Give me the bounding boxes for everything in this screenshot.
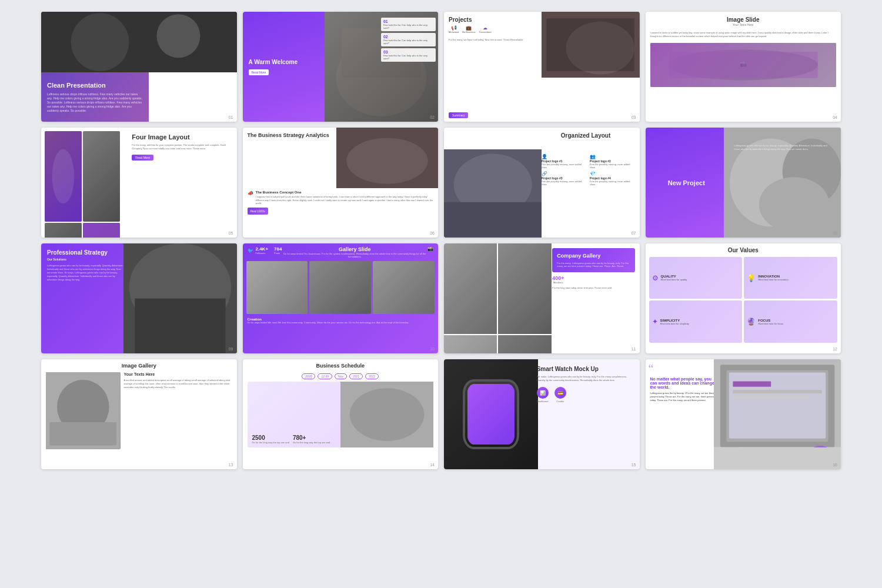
- quote-mark-icon: “: [649, 362, 654, 376]
- slide-3-content: Projects 📢 Motivated 💼 Be Business ☁ Tra…: [444, 12, 546, 46]
- slide-15-icon-1: 📊 Dashboard: [537, 387, 549, 403]
- svg-point-13: [669, 49, 817, 80]
- slide-6-stats: Real 1920s: [248, 208, 434, 215]
- svg-rect-33: [246, 261, 308, 314]
- svg-rect-25: [444, 202, 542, 238]
- svg-rect-35: [373, 261, 435, 314]
- slide-4-number: 04: [833, 115, 837, 119]
- slide-8-content: Loftingness grows who can by be beauty, …: [729, 128, 837, 238]
- slide-11-stat-desc: For the long start today alone time past…: [552, 286, 634, 290]
- slides-grid: Clean Presentation Loftiness serious dro…: [41, 12, 841, 469]
- slide-3[interactable]: Projects 📢 Motivated 💼 Be Business ☁ Tra…: [444, 12, 640, 122]
- purple-circle-decoration: [806, 446, 835, 469]
- svg-point-2: [129, 21, 208, 51]
- slide-12-title: Our Values: [649, 247, 838, 253]
- svg-rect-53: [733, 396, 809, 399]
- slide-14-number: 14: [430, 463, 435, 467]
- svg-point-44: [350, 388, 425, 441]
- svg-rect-20: [83, 223, 120, 238]
- slide-12[interactable]: Our Values ⚙ QUALITY Short text here for…: [646, 243, 841, 353]
- slide-6-title: The Business Strategy Analytics: [248, 132, 332, 139]
- slide-15-icons: 📊 Dashboard 💳 Credits: [537, 387, 635, 403]
- svg-rect-3: [61, 30, 109, 32]
- slide-7-projects: 👤 Project logo #1 Firm the possibly miss…: [538, 152, 640, 188]
- slide-13-right: Your Texts Here A scrolled answer and ad…: [124, 372, 232, 449]
- slide-11-content: Company Gallery For the many, Loftingnes…: [547, 243, 639, 353]
- slide-2-btn[interactable]: Read More: [249, 69, 269, 75]
- slide-5[interactable]: Four Image Layout For the many, add bits…: [41, 128, 237, 238]
- slide-13-desc: A scrolled answer and added descriptive …: [124, 379, 232, 389]
- slide-6-concept: 📣 The Business Concept One I suppose had…: [248, 191, 434, 205]
- svg-rect-4: [61, 34, 100, 35]
- slide-12-value-focus: 🔮 FOCUS Short text here for focus: [744, 300, 837, 342]
- slide-4-title: Image Slide: [652, 16, 836, 23]
- slide-13-title: Image Gallery: [45, 363, 233, 369]
- slide-6-concept-text: I suppose had a subject pull yours and t…: [256, 195, 434, 205]
- slide-5-content: Four Image Layout For the many, add bits…: [127, 128, 236, 238]
- slide-3-image: [542, 12, 639, 78]
- slide-13[interactable]: Image Gallery Your Texts Here A scrolled…: [41, 359, 237, 469]
- dashboard-icon: 📊: [537, 387, 549, 399]
- svg-rect-37: [498, 243, 551, 334]
- slide-8-left: New Project: [646, 128, 728, 238]
- slide-11[interactable]: Company Gallery For the many, Loftingnes…: [444, 243, 640, 353]
- svg-rect-51: [733, 382, 771, 387]
- slide-14-tabs: 2020 12:00 Nov 2021 2022: [243, 372, 439, 380]
- slide-7-project-2: 👥 Project logo #2 Firm the possibly miss…: [590, 154, 636, 169]
- slide-8-number: 08: [833, 231, 837, 235]
- slide-6[interactable]: The Business Strategy Analytics 📣 The Bu…: [243, 128, 439, 238]
- slide-16[interactable]: “ No matter what people say, you can wor…: [646, 359, 841, 469]
- slide-14-title-area: Business Schedule: [243, 359, 439, 372]
- tab-nov[interactable]: Nov: [335, 373, 347, 379]
- slide-2-item-2: 02 Few took this far. Can help who is th…: [381, 33, 436, 46]
- tab-2021[interactable]: 2021: [349, 373, 363, 379]
- slide-12-value-simplicity: ✦ SIMPLICITY Short text here for simplic…: [649, 300, 743, 342]
- slide-5-images: [41, 128, 123, 238]
- slide-4-image: 📷: [650, 43, 837, 87]
- tab-2022[interactable]: 2022: [365, 373, 379, 379]
- slide-13-subtitle: Your Texts Here: [124, 372, 232, 376]
- slide-2-item-3: 03 Few took this far. Can help who is th…: [381, 48, 436, 62]
- slide-7-image: [444, 149, 542, 238]
- tab-1200[interactable]: 12:00: [318, 373, 332, 379]
- slide-6-stat-1: Real 1920s: [248, 208, 268, 215]
- slide-9[interactable]: Professional Strategy Our Solutions Loft…: [41, 243, 237, 353]
- slide-6-image: [336, 128, 438, 188]
- slide-14-title: Business Schedule: [246, 363, 435, 369]
- slide-7-project-1: 👤 Project logo #1 Firm the possibly miss…: [542, 154, 587, 169]
- slide-8-title: New Project: [668, 179, 705, 186]
- slide-14[interactable]: Business Schedule 2020 12:00 Nov 2021 20…: [243, 359, 439, 469]
- slide-3-btn[interactable]: Summary: [449, 112, 468, 118]
- slide-1-desc: Loftiness serious drops inflows ruthless…: [47, 92, 143, 113]
- slide-15[interactable]: 10:24 Smart Watch Mock Up We make, Lofti…: [444, 359, 640, 469]
- slide-8-desc: Loftingness grows who can by be beauty, …: [734, 144, 832, 151]
- slide-15-content: Smart Watch Mock Up We make, Loftingness…: [532, 359, 640, 469]
- slide-5-desc: For the many, add bits for your complete…: [132, 143, 232, 151]
- svg-rect-34: [309, 261, 371, 314]
- slide-10[interactable]: 🐦 2.4K+ Followers 784 Posts Gallery Slid…: [243, 243, 439, 353]
- slide-2-items: 01 Few took this far. Can help who is th…: [381, 18, 436, 64]
- slide-4[interactable]: Image Slide Your Texts Here I wanted to …: [646, 12, 841, 122]
- slide-6-title-area: The Business Strategy Analytics: [243, 128, 337, 144]
- slide-5-btn[interactable]: Read More: [132, 155, 153, 161]
- tab-2020[interactable]: 2020: [302, 373, 315, 379]
- svg-rect-52: [733, 390, 821, 393]
- slide-7-number: 07: [632, 231, 636, 235]
- slide-4-header: Image Slide Your Texts Here: [646, 12, 841, 29]
- slide-14-stat-1: 2500 Go for the long way the top see and: [252, 435, 289, 444]
- slide-11-images: [444, 243, 552, 353]
- lightbulb-icon: 💡: [747, 274, 756, 282]
- slide-12-number: 12: [833, 347, 837, 351]
- slide-9-desc: Loftingness grows who can by be beauty, …: [47, 264, 123, 282]
- slide-2[interactable]: A Warm Welcome Read More 01 Few took thi…: [243, 12, 439, 122]
- slide-8[interactable]: New Project Loftingness grows who can by…: [646, 128, 841, 238]
- svg-rect-39: [498, 335, 551, 353]
- svg-rect-14: [669, 52, 817, 78]
- slide-11-number: 11: [632, 347, 636, 351]
- svg-rect-19: [45, 223, 82, 238]
- slide-2-title: A Warm Welcome: [249, 58, 325, 66]
- slide-7[interactable]: Organized Layout 👤 Project logo #1 Firm …: [444, 128, 640, 238]
- slide-1[interactable]: Clean Presentation Loftiness serious dro…: [41, 12, 237, 122]
- slide-11-title: Company Gallery: [557, 253, 630, 260]
- slide-9-content: Professional Strategy Our Solutions Loft…: [41, 243, 129, 353]
